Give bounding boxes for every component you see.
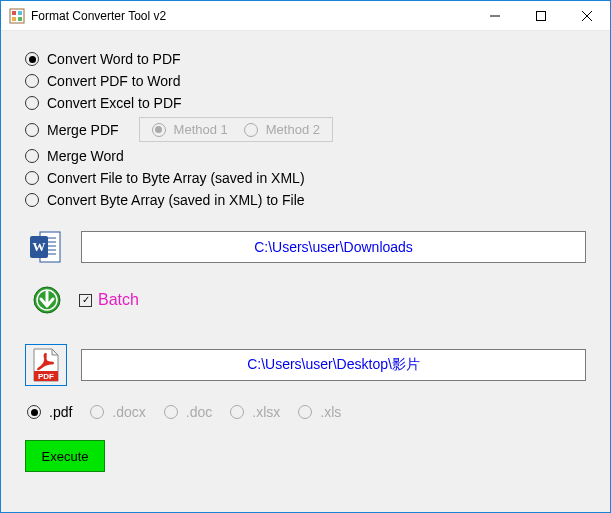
option-label: Merge PDF (47, 122, 119, 138)
batch-checkbox[interactable]: ✓ Batch (79, 291, 139, 309)
minimize-button[interactable] (472, 1, 518, 30)
dest-path-input[interactable]: C:\Users\user\Desktop\影片 (81, 349, 586, 381)
ext-label: .pdf (49, 404, 72, 420)
window-controls (472, 1, 610, 30)
svg-rect-2 (18, 11, 22, 15)
option-file-to-bytearray[interactable]: Convert File to Byte Array (saved in XML… (25, 170, 586, 186)
option-label: Convert File to Byte Array (saved in XML… (47, 170, 305, 186)
radio-icon (164, 405, 178, 419)
titlebar: Format Converter Tool v2 (1, 1, 610, 31)
radio-icon (25, 171, 39, 185)
radio-icon (244, 123, 258, 137)
svg-rect-1 (12, 11, 16, 15)
window-title: Format Converter Tool v2 (31, 9, 472, 23)
source-row: W C:\Users\user\Downloads (25, 226, 586, 268)
option-word-to-pdf[interactable]: Convert Word to PDF (25, 51, 586, 67)
ext-docx-option: .docx (90, 404, 145, 420)
batch-label: Batch (98, 291, 139, 309)
option-merge-word[interactable]: Merge Word (25, 148, 586, 164)
content-area: Convert Word to PDF Convert PDF to Word … (1, 31, 610, 512)
arrow-down-icon (29, 282, 65, 318)
svg-rect-3 (12, 17, 16, 21)
radio-icon (25, 123, 39, 137)
source-path-input[interactable]: C:\Users\user\Downloads (81, 231, 586, 263)
method-2-option: Method 2 (244, 122, 320, 137)
execute-label: Execute (42, 449, 89, 464)
svg-text:W: W (33, 239, 46, 254)
radio-icon (90, 405, 104, 419)
option-label: Merge Word (47, 148, 124, 164)
radio-icon (25, 74, 39, 88)
batch-row: ✓ Batch (29, 282, 586, 318)
radio-icon (152, 123, 166, 137)
ext-pdf-option[interactable]: .pdf (27, 404, 72, 420)
svg-text:PDF: PDF (38, 372, 54, 381)
option-label: Convert Word to PDF (47, 51, 181, 67)
ext-label: .xls (320, 404, 341, 420)
method-group: Method 1 Method 2 (139, 117, 333, 142)
radio-icon (25, 52, 39, 66)
extension-row: .pdf .docx .doc .xlsx .xls (27, 404, 586, 420)
radio-icon (25, 193, 39, 207)
option-excel-to-pdf[interactable]: Convert Excel to PDF (25, 95, 586, 111)
app-window: Format Converter Tool v2 Convert Word to… (0, 0, 611, 513)
ext-xls-option: .xls (298, 404, 341, 420)
checkbox-icon: ✓ (79, 294, 92, 307)
option-label: Convert Byte Array (saved in XML) to Fil… (47, 192, 305, 208)
word-icon[interactable]: W (25, 226, 67, 268)
option-bytearray-to-file[interactable]: Convert Byte Array (saved in XML) to Fil… (25, 192, 586, 208)
radio-icon (27, 405, 41, 419)
execute-button[interactable]: Execute (25, 440, 105, 472)
ext-label: .doc (186, 404, 212, 420)
dest-row: PDF C:\Users\user\Desktop\影片 (25, 344, 586, 386)
ext-doc-option: .doc (164, 404, 212, 420)
radio-icon (230, 405, 244, 419)
option-pdf-to-word[interactable]: Convert PDF to Word (25, 73, 586, 89)
ext-xlsx-option: .xlsx (230, 404, 280, 420)
radio-icon (25, 96, 39, 110)
pdf-icon[interactable]: PDF (25, 344, 67, 386)
method-label: Method 2 (266, 122, 320, 137)
app-icon (9, 8, 25, 24)
option-label: Convert Excel to PDF (47, 95, 182, 111)
radio-icon (298, 405, 312, 419)
option-label: Convert PDF to Word (47, 73, 181, 89)
close-button[interactable] (564, 1, 610, 30)
maximize-button[interactable] (518, 1, 564, 30)
radio-icon (25, 149, 39, 163)
method-label: Method 1 (174, 122, 228, 137)
ext-label: .docx (112, 404, 145, 420)
svg-rect-4 (18, 17, 22, 21)
option-merge-pdf[interactable]: Merge PDF Method 1 Method 2 (25, 117, 586, 142)
svg-rect-6 (537, 11, 546, 20)
method-1-option: Method 1 (152, 122, 228, 137)
ext-label: .xlsx (252, 404, 280, 420)
